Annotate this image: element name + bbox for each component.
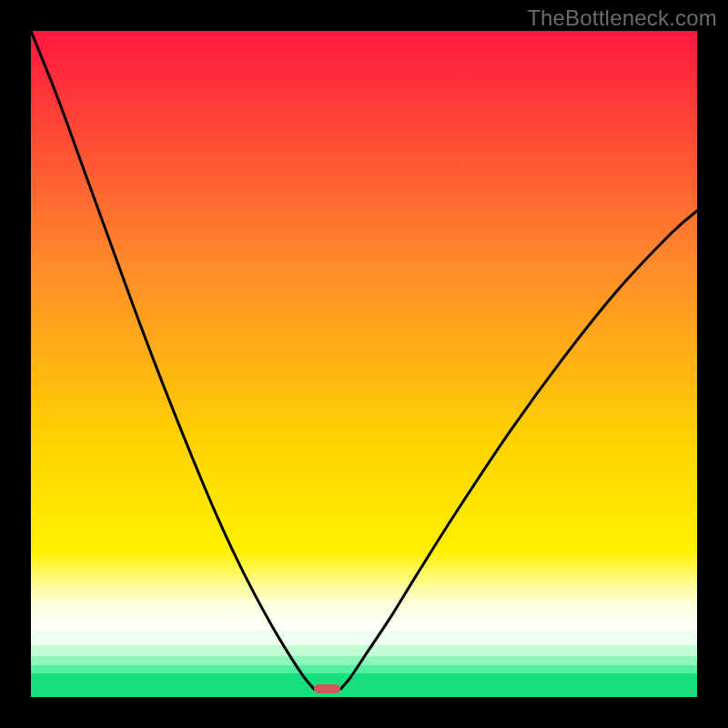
curve-right: [340, 211, 697, 690]
curve-layer: [31, 31, 697, 697]
dip-marker: [314, 684, 340, 693]
curve-left: [31, 31, 314, 689]
watermark-text: TheBottleneck.com: [527, 5, 717, 31]
chart-frame: TheBottleneck.com: [0, 0, 728, 728]
plot-area: [31, 31, 697, 697]
